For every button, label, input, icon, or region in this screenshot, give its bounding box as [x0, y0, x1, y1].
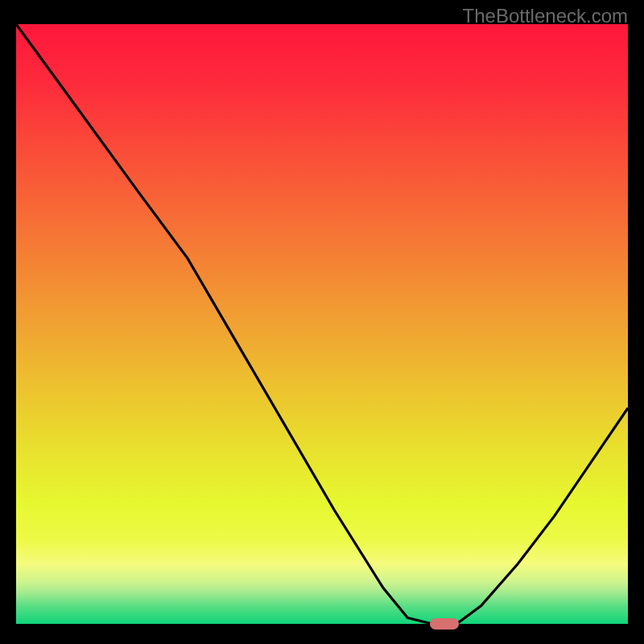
plot-area	[16, 24, 628, 624]
watermark: TheBottleneck.com	[463, 5, 628, 27]
bottleneck-curve	[16, 24, 628, 624]
optimal-marker	[430, 618, 459, 630]
